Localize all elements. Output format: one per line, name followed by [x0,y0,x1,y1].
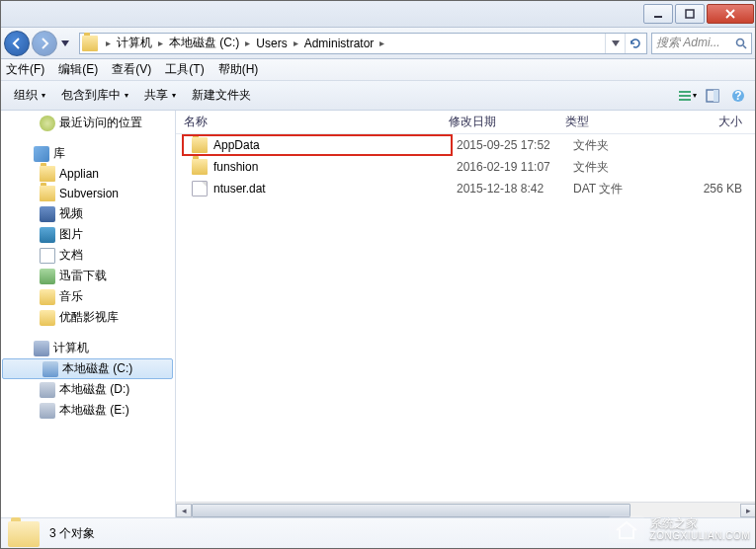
svg-rect-4 [679,95,691,97]
column-name[interactable]: 名称 [176,114,441,130]
sidebar-item-music[interactable]: 音乐 [0,286,175,307]
drive-icon [42,361,58,377]
folder-icon [40,186,55,201]
scroll-left-button[interactable]: ◂ [176,504,192,517]
pictures-icon [40,227,55,243]
sidebar-item-drive-e[interactable]: 本地磁盘 (E:) [0,400,175,421]
computer-icon [34,341,49,356]
column-date[interactable]: 修改日期 [441,114,557,130]
chevron-right-icon: ▸ [294,38,298,48]
sidebar-item-youku[interactable]: 优酷影视库 [0,307,175,328]
svg-text:?: ? [734,89,741,103]
menu-view[interactable]: 查看(V) [112,61,151,78]
breadcrumb-administrator[interactable]: Administrator [302,35,377,52]
address-bar[interactable]: ▸ 计算机 ▸ 本地磁盘 (C:) ▸ Users ▸ Administrato… [79,33,647,54]
svg-rect-0 [654,16,662,18]
sidebar-item-documents[interactable]: 文档 [0,245,175,266]
file-list-pane: 名称 修改日期 类型 大小 AppData 2015-09-25 17:52 文… [176,111,756,517]
library-icon [34,146,49,162]
status-text: 3 个对象 [49,525,95,542]
chevron-down-icon: ▾ [172,91,176,100]
file-icon [192,181,208,196]
breadcrumb-users[interactable]: Users [254,35,289,52]
nav-history-dropdown[interactable] [59,34,71,53]
back-button[interactable] [4,31,30,56]
refresh-button[interactable] [625,34,644,53]
folder-icon [192,137,208,153]
menu-bar: 文件(F) 编辑(E) 查看(V) 工具(T) 帮助(H) [0,59,756,81]
drive-icon [40,382,55,398]
watermark: 系统之家 ZONGXIULIAN.COM [609,515,750,543]
navigation-tree[interactable]: 最近访问的位置 库 Applian Subversion 视频 图片 文档 迅雷… [0,111,176,517]
include-in-library-button[interactable]: 包含到库中▾ [53,84,136,107]
chevron-down-icon: ▾ [125,91,128,100]
folder-icon [8,521,40,547]
folder-icon [192,159,208,175]
scroll-thumb[interactable] [192,504,630,517]
menu-help[interactable]: 帮助(H) [218,61,259,78]
window-titlebar [0,0,756,28]
sidebar-item-computer[interactable]: 计算机 [0,338,175,358]
minimize-button[interactable] [643,4,673,24]
svg-point-2 [737,39,744,45]
share-button[interactable]: 共享▾ [136,84,184,107]
maximize-button[interactable] [675,4,705,24]
organize-button[interactable]: 组织▾ [6,84,53,107]
view-options-button[interactable]: ▾ [675,85,699,107]
sidebar-item-subversion[interactable]: Subversion [0,184,175,203]
video-icon [40,206,55,222]
music-icon [40,289,55,305]
svg-rect-7 [714,90,718,102]
breadcrumb-computer[interactable]: 计算机 [115,33,154,53]
breadcrumb-drive-c[interactable]: 本地磁盘 (C:) [167,33,241,53]
preview-pane-button[interactable] [701,85,724,107]
menu-edit[interactable]: 编辑(E) [58,61,98,78]
chevron-right-icon: ▸ [106,38,111,48]
chevron-right-icon: ▸ [245,38,250,48]
sidebar-item-downloads[interactable]: 迅雷下载 [0,266,175,286]
address-dropdown[interactable] [605,34,625,53]
search-input[interactable]: 搜索 Admi... [651,33,752,54]
command-bar: 组织▾ 包含到库中▾ 共享▾ 新建文件夹 ▾ ? [0,81,756,111]
column-type[interactable]: 类型 [557,114,668,130]
folder-icon [82,36,98,51]
sidebar-item-drive-d[interactable]: 本地磁盘 (D:) [0,379,175,400]
sidebar-item-libraries[interactable]: 库 [0,143,175,164]
file-rows: AppData 2015-09-25 17:52 文件夹 funshion 20… [176,134,756,199]
watermark-subtitle: ZONGXIULIAN.COM [650,530,750,542]
sidebar-item-recent[interactable]: 最近访问的位置 [0,113,175,133]
sidebar-item-pictures[interactable]: 图片 [0,224,175,245]
downloads-icon [40,269,55,284]
chevron-right-icon: ▸ [158,38,163,48]
forward-button[interactable] [32,31,57,56]
menu-tools[interactable]: 工具(T) [165,61,204,78]
watermark-title: 系统之家 [650,516,750,530]
sidebar-item-applian[interactable]: Applian [0,164,175,184]
column-size[interactable]: 大小 [668,114,756,130]
navigation-bar: ▸ 计算机 ▸ 本地磁盘 (C:) ▸ Users ▸ Administrato… [0,28,756,59]
drive-icon [40,403,55,419]
documents-icon [40,248,55,264]
sidebar-item-drive-c[interactable]: 本地磁盘 (C:) [2,358,173,379]
help-button[interactable]: ? [726,85,750,107]
close-button[interactable] [707,4,754,24]
svg-rect-5 [679,99,691,101]
search-icon [735,38,747,49]
file-row-appdata[interactable]: AppData 2015-09-25 17:52 文件夹 [176,134,756,156]
file-row-ntuser[interactable]: ntuser.dat 2015-12-18 8:42 DAT 文件 256 KB [176,178,756,199]
file-row-funshion[interactable]: funshion 2016-02-19 11:07 文件夹 [176,156,756,178]
column-headers: 名称 修改日期 类型 大小 [176,111,756,134]
sidebar-item-video[interactable]: 视频 [0,203,175,224]
folder-icon [40,166,55,182]
new-folder-button[interactable]: 新建文件夹 [184,84,259,107]
search-placeholder: 搜索 Admi... [656,35,720,51]
svg-rect-3 [679,91,691,93]
menu-file[interactable]: 文件(F) [6,61,44,78]
folder-icon [40,310,55,326]
svg-rect-1 [686,10,694,18]
chevron-right-icon: ▸ [379,38,384,48]
watermark-icon [609,515,644,543]
chevron-down-icon: ▾ [42,91,45,100]
recent-icon [40,116,55,131]
